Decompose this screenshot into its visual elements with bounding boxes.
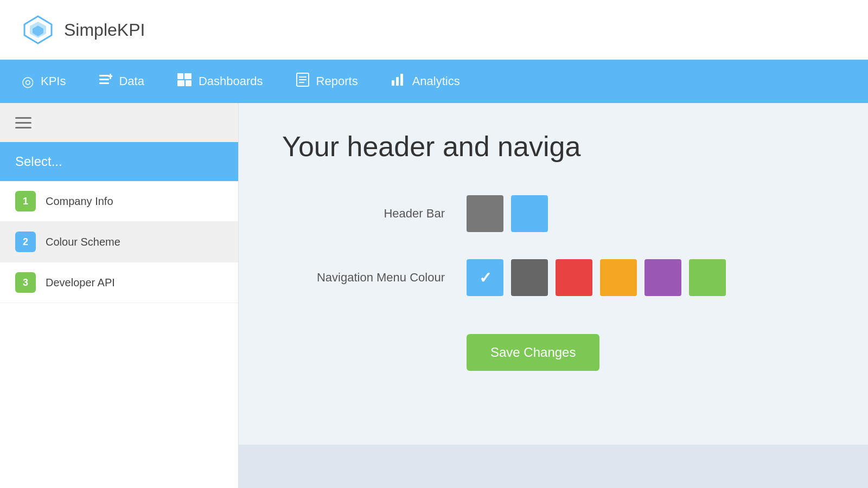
colour-scheme-badge: 2 [15, 232, 36, 252]
content-area: Your header and naviga Header Bar Naviga… [239, 103, 868, 488]
svg-rect-11 [186, 80, 192, 86]
header-bar-label: Header Bar [282, 207, 445, 221]
svg-rect-17 [396, 77, 399, 86]
reports-icon [296, 73, 310, 91]
developer-api-badge: 3 [15, 272, 36, 293]
check-icon: ✓ [479, 269, 492, 287]
nav-label-reports: Reports [316, 74, 358, 88]
svg-rect-8 [177, 73, 183, 79]
colour-scheme-label: Colour Scheme [46, 236, 120, 248]
svg-rect-13 [299, 76, 307, 78]
hamburger-menu[interactable] [0, 103, 238, 142]
svg-rect-4 [99, 79, 109, 80]
nav-item-reports[interactable]: Reports [296, 68, 358, 95]
nav-item-analytics[interactable]: Analytics [391, 68, 460, 95]
nav-swatch-green[interactable] [689, 259, 726, 296]
dashboards-icon [177, 73, 192, 91]
sidebar-item-company-info[interactable]: 1 Company Info [0, 181, 238, 222]
sidebar-item-developer-api[interactable]: 3 Developer API [0, 262, 238, 303]
nav-label-kpis: KPIs [41, 74, 66, 88]
nav-swatch-orange[interactable] [600, 259, 637, 296]
svg-rect-5 [99, 82, 109, 84]
hamburger-icon [15, 117, 31, 129]
nav-label-analytics: Analytics [412, 74, 460, 88]
select-dropdown[interactable]: Select... [0, 142, 238, 181]
developer-api-label: Developer API [46, 277, 115, 289]
logo-bar: SimpleKPI [0, 0, 868, 60]
svg-rect-14 [299, 79, 307, 80]
data-icon [98, 73, 112, 91]
app-name: SimpleKPI [64, 20, 145, 40]
main-layout: Select... 1 Company Info 2 Colour Scheme… [0, 103, 868, 488]
header-swatch-blue[interactable] [511, 195, 548, 232]
svg-rect-10 [177, 80, 184, 86]
nav-menu-colour-row: Navigation Menu Colour ✓ [282, 259, 825, 296]
header-bar-row: Header Bar [282, 195, 825, 232]
svg-rect-9 [184, 73, 192, 79]
svg-rect-15 [299, 82, 304, 83]
svg-rect-7 [108, 75, 112, 77]
nav-colour-swatches: ✓ [467, 259, 726, 296]
bottom-strip [239, 445, 868, 488]
nav-swatch-dark-grey[interactable] [511, 259, 548, 296]
save-changes-button[interactable]: Save Changes [467, 334, 599, 371]
sidebar-item-colour-scheme[interactable]: 2 Colour Scheme [0, 222, 238, 262]
nav-label-dashboards: Dashboards [199, 74, 263, 88]
nav-item-data[interactable]: Data [98, 68, 144, 95]
header-bar-swatches [467, 195, 548, 232]
nav-label-data: Data [119, 74, 144, 88]
nav-item-dashboards[interactable]: Dashboards [177, 68, 263, 95]
select-label: Select... [15, 154, 62, 169]
nav-swatch-blue[interactable]: ✓ [467, 259, 503, 296]
header-swatch-grey[interactable] [467, 195, 503, 232]
kpis-icon: ◎ [22, 73, 34, 90]
nav-menu-colour-label: Navigation Menu Colour [282, 271, 445, 285]
preview-title: Your header and naviga [282, 130, 825, 163]
company-info-badge: 1 [15, 191, 36, 211]
company-info-label: Company Info [46, 195, 113, 208]
nav-bar: ◎ KPIs Data Dashboards [0, 60, 868, 103]
svg-rect-18 [400, 74, 403, 86]
nav-swatch-purple[interactable] [644, 259, 681, 296]
svg-rect-3 [99, 75, 109, 76]
analytics-icon [391, 73, 406, 91]
app-logo [22, 14, 54, 46]
sidebar: Select... 1 Company Info 2 Colour Scheme… [0, 103, 239, 488]
content-inner: Your header and naviga Header Bar Naviga… [239, 103, 868, 398]
nav-item-kpis[interactable]: ◎ KPIs [22, 69, 66, 94]
svg-rect-16 [392, 80, 394, 86]
nav-swatch-red[interactable] [556, 259, 592, 296]
